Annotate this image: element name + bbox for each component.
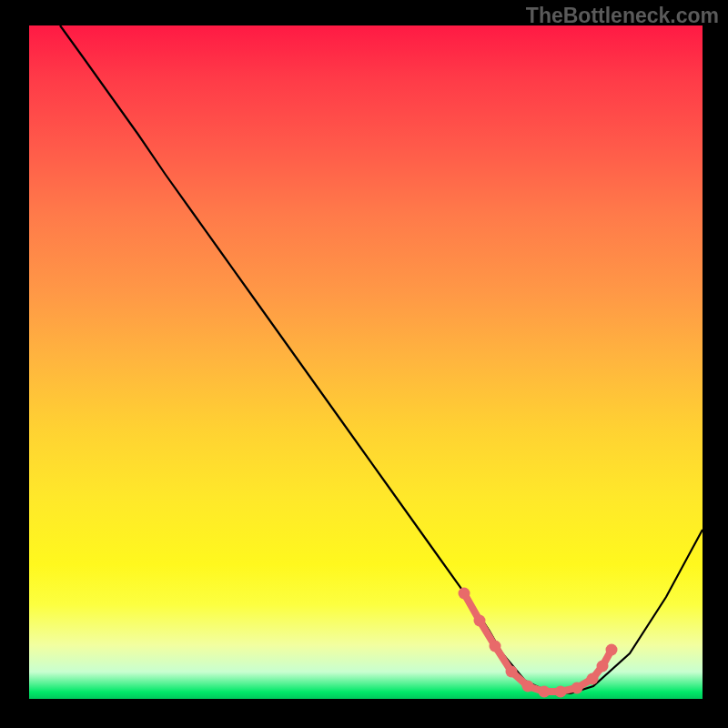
- highlight-markers: [459, 588, 618, 698]
- highlight-marker: [571, 682, 583, 694]
- watermark-text: TheBottleneck.com: [526, 4, 719, 28]
- highlight-marker: [522, 681, 534, 693]
- highlight-marker: [587, 673, 599, 685]
- highlight-marker: [506, 666, 518, 678]
- highlight-marker: [490, 641, 501, 652]
- highlight-marker: [539, 686, 551, 698]
- chart-svg: [29, 25, 703, 699]
- highlight-marker: [606, 644, 618, 656]
- highlight-marker: [597, 661, 609, 672]
- highlight-marker: [555, 686, 567, 698]
- chart-plot-area: [29, 25, 703, 699]
- bottleneck-curve: [60, 25, 703, 693]
- highlight-marker: [474, 615, 486, 627]
- highlight-marker: [459, 588, 470, 600]
